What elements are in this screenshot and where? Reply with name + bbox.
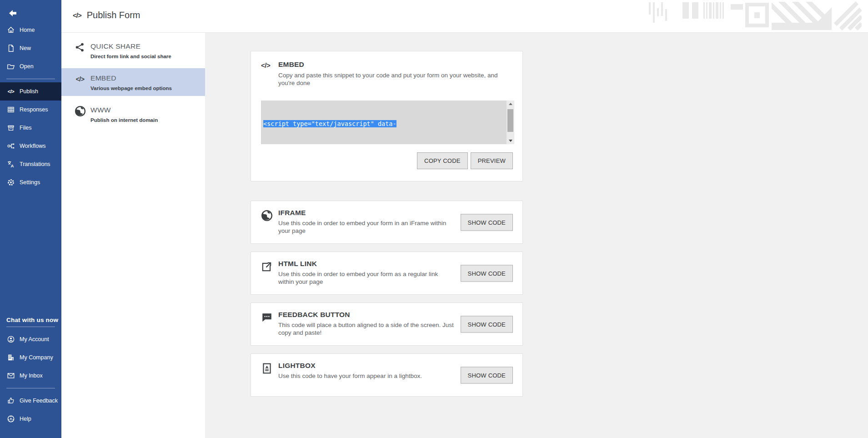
- open-folder-icon: [6, 62, 15, 71]
- publish-nav: QUICK SHARE Direct form link and social …: [61, 33, 205, 438]
- globe-icon: [74, 105, 86, 117]
- sidebar-item-label: Responses: [20, 106, 48, 113]
- sidebar-item-responses[interactable]: Responses: [0, 101, 61, 119]
- sidebar-spacer: [0, 191, 61, 317]
- scroll-up-arrow-icon[interactable]: [507, 101, 514, 107]
- sidebar-item-publish[interactable]: </> Publish: [0, 82, 61, 101]
- feedback-show-code-button[interactable]: SHOW CODE: [461, 316, 513, 332]
- lightbox-icon: [261, 362, 278, 380]
- sidebar-item-label: Give Feedback: [20, 398, 58, 404]
- sidebar-item-my-company[interactable]: My Company: [0, 348, 61, 367]
- sidebar-item-give-feedback[interactable]: Give Feedback: [0, 392, 61, 410]
- decorative-pattern: [648, 1, 862, 32]
- code-icon: </>: [73, 11, 81, 19]
- publish-nav-item-embed[interactable]: </> EMBED Various webpage embed options: [61, 68, 205, 96]
- iframe-show-code-button[interactable]: SHOW CODE: [461, 214, 513, 231]
- sidebar-item-label: Files: [20, 125, 31, 131]
- share-icon: [74, 41, 86, 53]
- card-title: LIGHTBOX: [278, 362, 422, 370]
- embed-code-textarea[interactable]: <script type="text/javascript" data- ori…: [261, 101, 514, 144]
- publish-nav-subtitle: Direct form link and social share: [90, 54, 171, 59]
- sidebar-item-label: My Account: [20, 336, 49, 342]
- globe-icon: [261, 209, 278, 235]
- publish-nav-subtitle: Publish on internet domain: [90, 117, 158, 123]
- publish-nav-item-www[interactable]: WWW Publish on internet domain: [61, 100, 205, 128]
- card-title: IFRAME: [278, 209, 454, 217]
- sidebar-item-my-inbox[interactable]: My Inbox: [0, 367, 61, 385]
- publish-nav-subtitle: Various webpage embed options: [90, 86, 172, 91]
- sidebar-divider: [6, 327, 55, 327]
- files-icon: [6, 123, 15, 132]
- back-button[interactable]: [7, 9, 19, 19]
- responses-icon: [6, 105, 15, 114]
- inbox-icon: [6, 371, 15, 380]
- help-icon: [6, 414, 15, 423]
- sidebar-item-home[interactable]: Home: [0, 21, 61, 39]
- sidebar-divider: [6, 79, 55, 79]
- sidebar-item-open[interactable]: Open: [0, 57, 61, 76]
- company-icon: [6, 353, 15, 362]
- sidebar-item-label: Home: [20, 27, 35, 33]
- card-description: Use this code in order to embed your for…: [278, 219, 454, 235]
- settings-icon: [6, 178, 15, 187]
- sidebar-item-label: Translations: [20, 161, 50, 167]
- feedback-bubble-icon: [261, 311, 278, 337]
- home-icon: [6, 25, 15, 35]
- translations-icon: A: [6, 160, 15, 169]
- card-description: Use this code in order to embed your for…: [278, 270, 454, 286]
- thumb-up-icon: [6, 396, 15, 405]
- copy-code-button[interactable]: COPY CODE: [417, 152, 468, 169]
- sidebar-item-new[interactable]: New: [0, 39, 61, 57]
- code-icon: </>: [6, 87, 15, 96]
- lightbox-show-code-button[interactable]: SHOW CODE: [461, 367, 513, 383]
- sidebar-item-label: My Company: [20, 354, 53, 361]
- external-link-icon: [261, 260, 278, 286]
- publish-nav-title: WWW: [90, 105, 158, 114]
- embed-panel-title: EMBED: [278, 60, 508, 69]
- workflows-icon: [6, 141, 15, 151]
- sidebar-item-label: Open: [20, 63, 34, 70]
- sidebar-item-label: Publish: [20, 88, 38, 95]
- sidebar-item-label: Help: [20, 416, 31, 422]
- new-file-icon: [6, 44, 15, 53]
- embed-panel-description: Copy and paste this snippet to your code…: [278, 71, 508, 87]
- sidebar-item-translations[interactable]: A Translations: [0, 155, 61, 173]
- account-icon: [6, 335, 15, 344]
- sidebar-item-my-account[interactable]: My Account: [0, 330, 61, 348]
- main-content: </> EMBED Copy and paste this snippet to…: [205, 33, 868, 438]
- publish-form-page: Home New Open </> Publish Responses File…: [0, 0, 868, 438]
- preview-button[interactable]: PREVIEW: [471, 152, 513, 169]
- sidebar-item-label: Workflows: [20, 143, 45, 149]
- publish-nav-item-quick-share[interactable]: QUICK SHARE Direct form link and social …: [61, 36, 205, 64]
- scrollbar-thumb[interactable]: [507, 109, 513, 132]
- page-header: </> Publish Form: [61, 0, 868, 33]
- chat-with-us-label[interactable]: Chat with us now: [0, 317, 61, 323]
- code-icon: </>: [74, 73, 86, 85]
- scroll-down-arrow-icon[interactable]: [507, 137, 514, 144]
- sidebar-item-workflows[interactable]: Workflows: [0, 137, 61, 155]
- html-link-card: HTML LINK Use this code in order to embe…: [251, 252, 523, 295]
- main-sidebar: Home New Open </> Publish Responses File…: [0, 0, 61, 438]
- sidebar-item-label: New: [20, 45, 31, 51]
- publish-nav-title: EMBED: [90, 73, 172, 82]
- iframe-card: IFRAME Use this code in order to embed y…: [251, 201, 523, 244]
- publish-nav-title: QUICK SHARE: [90, 41, 171, 50]
- svg-text:A: A: [11, 163, 14, 168]
- lightbox-card: LIGHTBOX Use this code to have your form…: [251, 353, 523, 397]
- embed-panel: </> EMBED Copy and paste this snippet to…: [251, 51, 523, 181]
- sidebar-divider: [6, 388, 55, 388]
- code-icon: </>: [261, 60, 278, 87]
- sidebar-item-label: My Inbox: [20, 373, 43, 379]
- feedback-button-card: FEEDBACK BUTTON This code will place a b…: [251, 302, 523, 346]
- arrow-left-icon: [7, 9, 18, 18]
- card-description: Use this code to have your form appear i…: [278, 372, 422, 380]
- html-link-show-code-button[interactable]: SHOW CODE: [461, 265, 513, 282]
- card-title: FEEDBACK BUTTON: [278, 311, 454, 319]
- card-description: This code will place a button aligned to…: [278, 321, 454, 337]
- sidebar-item-files[interactable]: Files: [0, 119, 61, 137]
- sidebar-item-settings[interactable]: Settings: [0, 173, 61, 191]
- sidebar-item-help[interactable]: Help: [0, 410, 61, 428]
- sidebar-item-label: Settings: [20, 179, 40, 186]
- card-title: HTML LINK: [278, 260, 454, 268]
- code-scrollbar[interactable]: [507, 101, 514, 144]
